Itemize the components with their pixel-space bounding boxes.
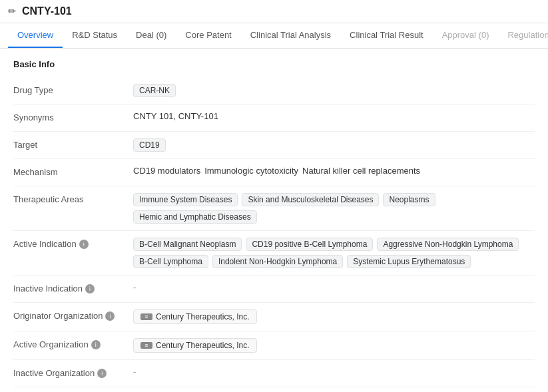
therapeutic-areas-value: Immune System Diseases Skin and Musculos… [133,193,535,224]
active-indication-tag: B-Cell Malignant Neoplasm [133,238,242,251]
page-title: CNTY-101 [22,5,72,17]
inactive-org-info-icon[interactable]: i [97,369,107,378]
inactive-org-row: Inactive Organization i - [13,361,535,385]
synonyms-row: Synonyms CNTY 101, CNTY-101 [13,106,535,130]
synonyms-label: Synonyms [13,111,133,122]
active-org-label: Active Organization i [13,338,133,349]
drug-type-label: Drug Type [13,84,133,95]
section-title: Basic Info [13,59,535,69]
tab-overview[interactable]: Overview [8,23,63,48]
active-org-row: Active Organization i ≡ Century Therapeu… [13,333,535,358]
drug-type-tag: CAR-NK [133,84,176,97]
org-logo-icon: ≡ [140,313,152,320]
main-content: Basic Info Drug Type CAR-NK Synonyms CNT… [0,49,548,392]
mechanism-row: Mechanism CD19 modulators Immunologic cy… [13,160,535,184]
active-indication-tag: Systemic Lupus Erythematosus [347,255,471,268]
therapeutic-area-tag: Skin and Musculoskeletal Diseases [242,193,379,206]
active-org-info-icon[interactable]: i [91,340,101,349]
drug-type-row: Drug Type CAR-NK [13,79,535,102]
target-tag: CD19 [133,138,166,152]
tab-deal[interactable]: Deal (0) [127,23,176,48]
originator-org-tag[interactable]: ≡ Century Therapeutics, Inc. [133,309,257,324]
synonyms-value: CNTY 101, CNTY-101 [133,111,535,121]
originator-org-info-icon[interactable]: i [105,311,115,321]
originator-org-name: Century Therapeutics, Inc. [156,312,250,321]
tab-clinical-trial-result[interactable]: Clinical Trial Result [340,23,433,48]
tab-regulation[interactable]: Regulation (0) [498,23,548,48]
active-org-name: Century Therapeutics, Inc. [156,341,250,350]
inactive-indication-label: Inactive Indication i [13,282,133,294]
page-header: ✏ CNTY-101 [0,0,548,23]
tab-core-patent[interactable]: Core Patent [176,23,240,48]
target-row: Target CD19 [13,133,535,157]
therapeutic-area-tag: Neoplasms [383,193,435,206]
inactive-indication-row: Inactive Indication i - [13,277,535,301]
mechanism-item: Natural killer cell replacements [302,166,420,176]
target-label: Target [13,138,133,150]
active-indication-tag: B-Cell Lymphoma [133,255,208,268]
active-indication-tag: Aggressive Non-Hodgkin Lymphoma [377,238,519,251]
inactive-indication-value: - [133,282,535,292]
active-indication-info-icon[interactable]: i [79,240,89,249]
therapeutic-area-tag: Immune System Diseases [133,193,238,206]
active-indication-tag: Indolent Non-Hodgkin Lymphoma [212,255,343,268]
mechanism-item: Immunologic cytotoxicity [204,166,298,176]
inactive-indication-info-icon[interactable]: i [85,284,95,294]
originator-org-value: ≡ Century Therapeutics, Inc. [133,309,535,324]
active-indication-label: Active Indication i [13,238,133,249]
active-org-tag[interactable]: ≡ Century Therapeutics, Inc. [133,338,257,353]
active-org-value: ≡ Century Therapeutics, Inc. [133,338,535,353]
mechanism-label: Mechanism [13,166,133,177]
originator-org-row: Originator Organization i ≡ Century Ther… [13,304,535,329]
target-value: CD19 [133,138,535,152]
tab-rd-status[interactable]: R&D Status [63,23,127,48]
tab-approval[interactable]: Approval (0) [433,23,499,48]
edit-icon: ✏ [8,5,17,17]
therapeutic-areas-label: Therapeutic Areas [13,193,133,204]
therapeutic-area-tag: Hemic and Lymphatic Diseases [133,210,257,224]
active-indication-value: B-Cell Malignant Neoplasm CD19 positive … [133,238,535,268]
nav-tabs: Overview R&D Status Deal (0) Core Patent… [0,23,548,49]
inactive-org-label: Inactive Organization i [13,367,133,378]
org-logo-icon: ≡ [140,342,152,349]
mechanism-item: CD19 modulators [133,166,200,176]
tab-clinical-trial-analysis[interactable]: Clinical Trial Analysis [241,23,340,48]
active-indication-tag: CD19 positive B-Cell Lymphoma [246,238,373,251]
originator-org-label: Originator Organization i [13,309,133,321]
drug-type-value: CAR-NK [133,84,535,97]
drug-highest-phase-row: Drug Highest Phase i Phase 1 [13,389,535,392]
active-indication-row: Active Indication i B-Cell Malignant Neo… [13,232,535,274]
therapeutic-areas-row: Therapeutic Areas Immune System Diseases… [13,188,535,229]
inactive-org-value: - [133,367,535,377]
mechanism-value: CD19 modulators Immunologic cytotoxicity… [133,166,535,176]
